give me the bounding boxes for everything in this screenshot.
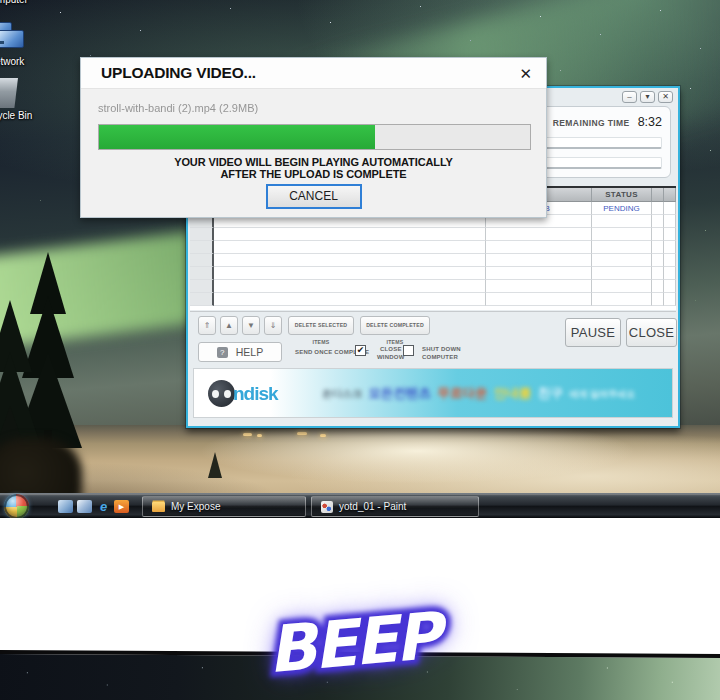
- row-size-cell: [486, 293, 592, 306]
- row-name-cell: [214, 228, 486, 241]
- autoplay-note-line1: YOUR VIDEO WILL BEGIN PLAYING AUTOMATICA…: [81, 156, 546, 168]
- media-player-icon[interactable]: ▶: [114, 500, 129, 513]
- table-row-empty[interactable]: [190, 280, 676, 293]
- row-extra-cell: [664, 254, 676, 267]
- row-extra-cell: [652, 267, 664, 280]
- row-status-cell: [592, 215, 652, 228]
- row-extra-cell: [664, 241, 676, 254]
- desktop-icon-computer[interactable]: Computer: [0, 0, 38, 5]
- row-name-cell: [214, 293, 486, 306]
- delete-selected-button[interactable]: DELETE SELECTED ITEMS: [288, 316, 354, 335]
- table-row-empty[interactable]: [190, 241, 676, 254]
- row-extra-cell: [664, 202, 676, 215]
- table-row-empty[interactable]: [190, 267, 676, 280]
- ad-text: 온디스크 모든컨텐츠 무료다운 안내를 친구 에게 알려주세요: [322, 385, 667, 402]
- taskbar-button-paint[interactable]: yotd_01 - Paint: [311, 496, 479, 517]
- close-button[interactable]: ✕: [658, 91, 673, 103]
- close-button[interactable]: CLOSE: [626, 318, 677, 347]
- minimize-button[interactable]: –: [622, 91, 637, 103]
- horizon-light: [320, 434, 326, 437]
- shutdown-line1: SHUT DOWN: [422, 346, 461, 352]
- move-bottom-button[interactable]: ⇓: [264, 316, 282, 335]
- row-name-cell: [214, 280, 486, 293]
- row-extra-cell: [664, 267, 676, 280]
- row-extra-cell: [652, 293, 664, 306]
- row-extra-cell: [664, 280, 676, 293]
- remaining-time-label: REMAINING TIME: [553, 118, 630, 128]
- cancel-button[interactable]: CANCEL: [266, 184, 362, 209]
- row-extra-cell: [664, 215, 676, 228]
- ad-segment: 안내를: [494, 386, 532, 400]
- move-up-button[interactable]: ▲: [220, 316, 238, 335]
- ad-segment: 에게 알려주세요: [569, 389, 635, 399]
- row-extra-cell: [652, 202, 664, 215]
- row-extra-cell: [652, 254, 664, 267]
- taskbar[interactable]: e ▶ My Expose yotd_01 - Paint: [0, 493, 720, 518]
- delete-completed-button[interactable]: DELETE COMPLETED ITEMS: [360, 316, 430, 335]
- row-icon-cell: [190, 254, 214, 267]
- folder-icon: [152, 502, 165, 512]
- paint-icon: [321, 501, 333, 513]
- desktop-wallpaper: Computer Network Recycle Bin – ▾ ✕: [0, 0, 720, 518]
- ndisk-logo: ndisk: [233, 383, 278, 405]
- horizon-light: [257, 434, 262, 437]
- pause-button[interactable]: PAUSE: [565, 318, 621, 347]
- ad-segment: 친구: [538, 386, 563, 400]
- table-row-empty[interactable]: [190, 293, 676, 306]
- ad-banner[interactable]: ndisk 온디스크 모든컨텐츠 무료다운 안내를 친구 에게 알려주세요: [193, 368, 673, 418]
- table-row-empty[interactable]: [190, 228, 676, 241]
- table-bottom-strip: [190, 306, 676, 312]
- row-size-cell: [486, 241, 592, 254]
- internet-explorer-icon[interactable]: e: [96, 500, 111, 513]
- row-icon-cell: [190, 293, 214, 306]
- row-extra-cell: [664, 293, 676, 306]
- comic-page: Computer Network Recycle Bin – ▾ ✕: [0, 0, 720, 700]
- move-down-button[interactable]: ▼: [242, 316, 260, 335]
- taskbar-button-label: My Expose: [171, 501, 220, 512]
- row-status-cell: [592, 280, 652, 293]
- header-status-col: STATUS: [592, 188, 652, 202]
- move-top-button[interactable]: ⇑: [198, 316, 216, 335]
- ad-segment: 무료다운: [437, 386, 487, 400]
- row-name-cell: [214, 267, 486, 280]
- desktop-icon-recycle-bin[interactable]: Recycle Bin: [0, 78, 38, 121]
- header-extra-col: [664, 188, 676, 202]
- network-icon-label: Network: [0, 56, 38, 67]
- network-monitor-front: [0, 30, 24, 48]
- shutdown-line2: COMPUTER: [422, 354, 458, 360]
- switch-windows-icon[interactable]: [77, 500, 92, 513]
- send-once-checkbox[interactable]: ✔: [355, 345, 366, 356]
- row-status-cell: [592, 267, 652, 280]
- row-status-cell: PENDING: [592, 202, 652, 215]
- row-icon-cell: [190, 280, 214, 293]
- close-window-label: CLOSE WINDOW: [377, 346, 405, 361]
- row-size-cell: [486, 254, 592, 267]
- header-extra-col: [652, 188, 664, 202]
- taskbar-button-my-expose[interactable]: My Expose: [142, 496, 306, 517]
- remaining-time-value: 8:32: [638, 115, 662, 129]
- table-row-empty[interactable]: [190, 254, 676, 267]
- uploading-video-dialog: UPLOADING VIDEO... ✕ stroll-with-bandi (…: [80, 57, 547, 218]
- close-window-checkbox[interactable]: [403, 345, 414, 356]
- help-icon: ?: [217, 347, 228, 358]
- desktop-icon-network[interactable]: Network: [0, 20, 38, 68]
- autoplay-note-line2: AFTER THE UPLOAD IS COMPLETE: [81, 168, 546, 180]
- row-status-cell: [592, 254, 652, 267]
- uploading-file-name: stroll-with-bandi (2).mp4 (2.9MB): [98, 102, 258, 114]
- sfx-beep: BEEP: [265, 599, 442, 688]
- ad-segment: 모든컨텐츠: [368, 386, 431, 400]
- start-button[interactable]: [4, 494, 29, 518]
- upload-progress-fill: [99, 125, 375, 149]
- row-status-cell: [592, 293, 652, 306]
- recycle-bin-icon-label: Recycle Bin: [0, 110, 38, 121]
- network-icon: [0, 20, 38, 54]
- recycle-bin-icon: [0, 78, 21, 108]
- dialog-titlebar[interactable]: UPLOADING VIDEO... ✕: [81, 58, 546, 89]
- show-desktop-icon[interactable]: [58, 500, 73, 513]
- restore-button[interactable]: ▾: [640, 91, 655, 103]
- close-window-line1: CLOSE: [380, 346, 402, 352]
- help-button[interactable]: ? HELP: [198, 342, 282, 362]
- close-icon[interactable]: ✕: [519, 66, 532, 81]
- monitor-stand: [0, 41, 4, 44]
- row-name-cell: [214, 254, 486, 267]
